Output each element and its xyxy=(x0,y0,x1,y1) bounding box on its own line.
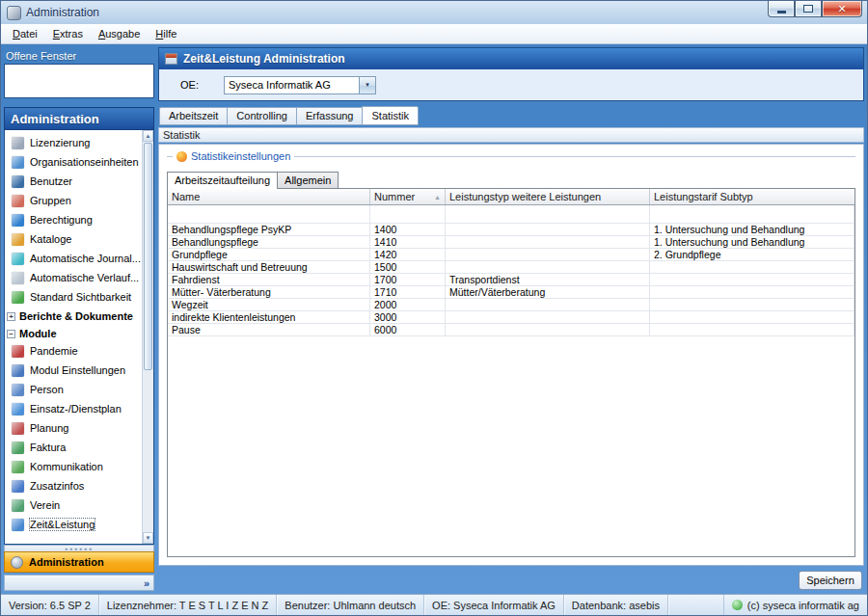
sidebar-item-planung[interactable]: Planung xyxy=(5,418,142,438)
sidebar-item-einsatz-dienstplan[interactable]: Einsatz-/Dienstplan xyxy=(5,399,142,418)
sidebar-group-label: Berichte & Dokumente xyxy=(19,310,133,322)
sidebar-nav-items: LizenzierungOrganisationseinheitenBenutz… xyxy=(5,130,142,544)
table-row[interactable]: Pause6000 xyxy=(168,324,854,336)
groupbox-line xyxy=(294,156,855,157)
administration-button[interactable]: Administration xyxy=(4,551,154,573)
table-cell xyxy=(446,224,650,236)
sidebar-item-label: Organisationseinheiten xyxy=(30,156,139,168)
column-header-name[interactable]: Name xyxy=(168,189,370,204)
column-header-leistungstarif-subtyp[interactable]: Leistungstarif Subtyp xyxy=(650,189,854,204)
tab-erfassung[interactable]: Erfassung xyxy=(296,107,363,125)
table-cell xyxy=(446,236,650,249)
groupbox-header: Statistikeinstellungen xyxy=(167,148,855,164)
subtab-allgemein[interactable]: Allgemein xyxy=(278,172,339,188)
column-header-label: Leistungstyp weitere Leistungen xyxy=(449,191,601,202)
titlebar[interactable]: Administration ✕ xyxy=(1,1,867,24)
oe-combobox[interactable]: Syseca Informatik AG ▼ xyxy=(224,76,376,94)
sidebar-item-verein[interactable]: Verein xyxy=(5,495,142,515)
person-icon xyxy=(12,384,24,396)
menu-item-extras[interactable]: Extras xyxy=(45,25,91,42)
invoice-icon xyxy=(12,442,24,454)
sidebar-item-kommunikation[interactable]: Kommunikation xyxy=(5,457,142,476)
scroll-up-icon[interactable]: ▲ xyxy=(143,130,153,142)
table-cell: 2000 xyxy=(370,299,446,311)
statusbar-segment: Benutzer: Uhlmann deutsch xyxy=(277,595,424,615)
menu-item-ausgabe[interactable]: Ausgabe xyxy=(91,25,148,42)
sidebar-item-label: Zusatzinfos xyxy=(30,480,84,492)
maximize-icon xyxy=(803,5,813,13)
menu-item-hilfe[interactable]: Hilfe xyxy=(148,25,184,42)
sidebar-item-berechtigung[interactable]: Berechtigung xyxy=(5,210,142,229)
window-controls: ✕ xyxy=(768,1,862,17)
table-cell: 2. Grundpflege xyxy=(650,249,854,261)
module-settings-icon xyxy=(12,364,24,377)
sidebar-item-modul-einstellungen[interactable]: Modul Einstellungen xyxy=(5,361,142,380)
table-row[interactable]: Behandlungspflege14101. Untersuchung und… xyxy=(168,236,854,249)
table-row[interactable]: Grundpflege14202. Grundpflege xyxy=(168,249,854,261)
scroll-down-icon[interactable]: ▼ xyxy=(143,532,153,544)
table-row[interactable]: Fahrdienst1700Transportdienst xyxy=(168,274,854,286)
minimize-button[interactable] xyxy=(768,1,795,17)
sidebar-item-automatische-verlauf[interactable]: Automatische Verlauf... xyxy=(5,268,142,287)
open-windows-panel[interactable] xyxy=(4,64,154,98)
table-cell: Behandlungspflege PsyKP xyxy=(168,224,370,236)
sidebar-item-label: Zeit&Leistung xyxy=(30,519,95,530)
sidebar-item-automatische-journal[interactable]: Automatische Journal... xyxy=(5,249,142,268)
statusbar-segments: Version: 6.5 SP 2Lizenznehmer: T E S T L… xyxy=(1,595,668,615)
sidebar-collapse-strip[interactable]: » xyxy=(4,575,154,591)
tab-controlling[interactable]: Controlling xyxy=(227,107,296,125)
sidebar-group-label: Module xyxy=(19,328,57,339)
org-units-icon xyxy=(12,156,24,169)
oe-combobox-value: Syseca Informatik AG xyxy=(225,79,359,91)
table-cell: Grundpflege xyxy=(168,249,370,261)
catalogs-icon xyxy=(12,233,24,246)
oe-label: OE: xyxy=(180,79,199,91)
column-header-leistungstyp-weitere-leistungen[interactable]: Leistungstyp weitere Leistungen xyxy=(446,189,650,204)
sidebar-item-pandemie[interactable]: Pandemie xyxy=(5,341,142,361)
sidebar-item-zeit-leistung[interactable]: Zeit&Leistung xyxy=(5,515,142,534)
sidebar-item-label: Benutzer xyxy=(30,175,72,187)
table-row[interactable]: Behandlungspflege PsyKP14001. Untersuchu… xyxy=(168,224,854,236)
subtab-arbeitszeitaufteilung[interactable]: Arbeitszeitaufteilung xyxy=(167,172,278,189)
tab-statistik[interactable]: Statistik xyxy=(362,106,419,125)
statistics-settings-icon xyxy=(176,151,187,162)
table-cell: 1700 xyxy=(370,274,446,286)
tab-arbeitszeit[interactable]: Arbeitszeit xyxy=(159,107,227,125)
table-row[interactable]: Hauswirtschaft und Betreuung1500 xyxy=(168,261,854,274)
sidebar-group-berichte-dokumente[interactable]: +Berichte & Dokumente xyxy=(5,308,142,324)
table-cell: Behandlungspflege xyxy=(168,236,370,249)
menu-item-datei[interactable]: Datei xyxy=(5,25,45,42)
table-cell xyxy=(446,249,650,261)
app-icon xyxy=(7,6,21,20)
table-row[interactable]: indirekte Klientenleistungen3000 xyxy=(168,311,854,324)
sidebar-item-kataloge[interactable]: Kataloge xyxy=(5,229,142,249)
sidebar-item-standard-sichtbarkeit[interactable]: Standard Sichtbarkeit xyxy=(5,287,142,307)
sidebar-item-benutzer[interactable]: Benutzer xyxy=(5,172,142,191)
expand-icon: + xyxy=(7,312,15,321)
minimize-icon xyxy=(777,11,786,13)
splitter-grip[interactable]: ●●●●●● xyxy=(4,545,154,551)
sidebar-item-organisationseinheiten[interactable]: Organisationseinheiten xyxy=(5,152,142,172)
sidebar-item-zusatzinfos[interactable]: Zusatzinfos xyxy=(5,476,142,495)
table-row[interactable]: Mütter- Väterberatung1710Mütter/Väterber… xyxy=(168,286,854,299)
save-button[interactable]: Speichern xyxy=(799,571,862,590)
close-button[interactable]: ✕ xyxy=(822,1,862,17)
sidebar-item-lizenzierung[interactable]: Lizenzierung xyxy=(5,133,142,152)
sidebar-scrollbar[interactable]: ▲ ▼ xyxy=(142,130,153,544)
sidebar-item-gruppen[interactable]: Gruppen xyxy=(5,191,142,210)
form-icon xyxy=(165,53,177,65)
sidebar-item-person[interactable]: Person xyxy=(5,380,142,399)
table-cell: 6000 xyxy=(370,324,446,336)
chevron-right-icon[interactable]: » xyxy=(144,577,149,589)
table-row[interactable]: Wegzeit2000 xyxy=(168,299,854,311)
sidebar-item-faktura[interactable]: Faktura xyxy=(5,438,142,457)
combobox-dropdown-button[interactable]: ▼ xyxy=(359,77,375,94)
table-cell xyxy=(446,311,650,324)
maximize-button[interactable] xyxy=(795,1,822,17)
sidebar-group-module[interactable]: −Module xyxy=(5,326,142,341)
scrollbar-thumb[interactable] xyxy=(144,143,152,370)
column-header-nummer[interactable]: Nummer▲ xyxy=(370,189,446,204)
main-header-title: Zeit&Leistung Administration xyxy=(183,52,345,66)
table-cell: Pause xyxy=(168,324,370,336)
table-row[interactable] xyxy=(168,205,854,224)
